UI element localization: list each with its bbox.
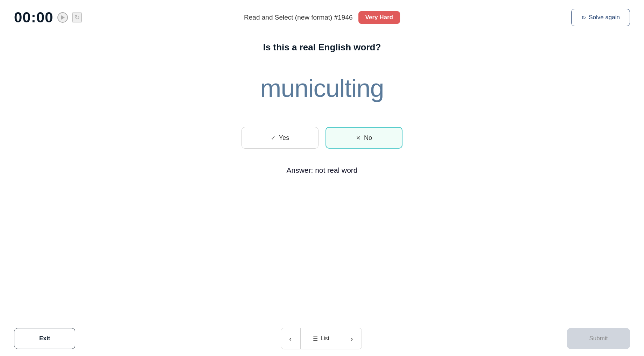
refresh-timer-button[interactable]: ↻ [72,13,82,22]
play-icon [61,15,65,20]
solve-again-button[interactable]: ↻ Solve again [571,9,630,26]
svg-marker-0 [61,15,65,20]
submit-button[interactable]: Submit [567,328,630,349]
check-icon: ✓ [271,135,275,141]
prev-icon: ‹ [289,335,292,343]
list-button[interactable]: ☰ List [300,328,342,349]
option-no-label: No [364,134,372,142]
difficulty-badge: Very Hard [358,11,400,24]
option-yes-label: Yes [279,134,289,142]
footer: Exit ‹ ☰ List › Submit [0,321,644,356]
word-display: municulting [260,74,384,102]
timer-display: 00:00 [14,9,53,26]
header-center: Read and Select (new format) #1946 Very … [244,11,400,24]
option-no-button[interactable]: ✕ No [326,127,402,149]
solve-again-icon: ↻ [581,14,586,21]
solve-again-label: Solve again [589,14,620,21]
play-button[interactable] [57,12,68,23]
header: 00:00 ↻ Read and Select (new format) #19… [0,0,644,35]
list-icon: ☰ [313,335,318,342]
nav-center: ‹ ☰ List › [281,328,362,349]
answer-text: Answer: not real word [286,166,357,175]
main-content: Is this a real English word? municulting… [0,35,644,321]
list-label: List [321,335,329,342]
option-yes-button[interactable]: ✓ Yes [241,127,318,149]
next-button[interactable]: › [342,328,362,349]
options-container: ✓ Yes ✕ No [241,127,402,149]
next-icon: › [351,335,353,343]
exit-button[interactable]: Exit [14,328,75,349]
x-icon: ✕ [356,135,360,141]
puzzle-title: Read and Select (new format) #1946 [244,14,353,21]
timer-section: 00:00 ↻ [14,9,82,26]
question-text: Is this a real English word? [263,42,381,53]
prev-button[interactable]: ‹ [281,328,300,349]
